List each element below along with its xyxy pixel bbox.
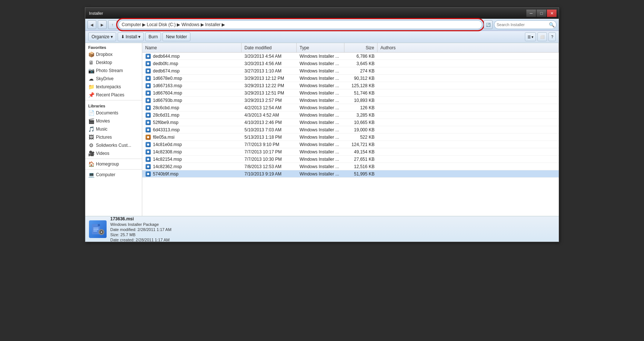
sidebar-item-photostream[interactable]: 📷 Photo Stream <box>85 67 142 75</box>
back-button[interactable]: ◀ <box>87 20 96 29</box>
sidebar-item-skydrive[interactable]: ☁ SkyDrive <box>85 75 142 83</box>
sidebar-item-videos[interactable]: 🎥 Videos <box>85 149 142 157</box>
table-row[interactable]: 28c6cbd.msp 4/2/2013 12:54 AM Windows In… <box>142 104 559 111</box>
status-date-created: Date created: 2/28/2011 1:17 AM <box>110 238 171 242</box>
msp-file-icon <box>145 61 151 67</box>
movies-label: Movies <box>96 118 110 124</box>
file-name-cell: 5740b9f.msp <box>142 170 242 177</box>
file-date-cell: 5/13/2013 1:18 PM <box>242 134 297 141</box>
status-filetype: Windows Installer Package <box>110 222 171 227</box>
table-row[interactable]: 14c82308.msp 7/7/2013 10:17 PM Windows I… <box>142 148 559 156</box>
file-list-scroll[interactable]: dedb644.msp 3/20/2013 4:54 AM Windows In… <box>142 53 559 216</box>
file-size-cell: 49,154 KB <box>344 148 378 155</box>
sidebar-item-texturepacks[interactable]: 📁 texturepacks <box>85 83 142 91</box>
pictures-label: Pictures <box>96 135 112 140</box>
organize-button[interactable]: Organize ▾ <box>88 32 116 41</box>
table-row[interactable]: f8e05a.msi 5/13/2013 1:18 PM Windows Ins… <box>142 134 559 141</box>
up-button[interactable]: ↑ <box>108 20 117 29</box>
file-size-cell: 3,285 KB <box>344 111 378 118</box>
file-size-cell: 27,651 KB <box>344 156 378 163</box>
organize-dropdown-icon[interactable]: ▾ <box>111 34 113 39</box>
preview-pane-button[interactable]: ⬜ <box>537 32 547 41</box>
view-options-button[interactable]: ☰ ▾ <box>525 32 536 41</box>
sidebar-item-recentplaces[interactable]: 📌 Recent Places <box>85 91 142 99</box>
skydrive-icon: ☁ <box>88 76 94 82</box>
sidebar-item-pictures[interactable]: 🖼 Pictures <box>85 133 142 141</box>
skydrive-label: SkyDrive <box>96 76 114 81</box>
sidebar: Favorites 📦 Dropbox 🖥 Desktop 📷 Photo St… <box>85 43 142 216</box>
table-row[interactable]: dedb0fc.msp 3/20/2013 4:56 AM Windows In… <box>142 60 559 67</box>
title-bar: Installer ─ □ ✕ <box>85 8 559 19</box>
col-header-date[interactable]: Date modified <box>242 43 297 52</box>
file-name-cell: dedb644.msp <box>142 53 242 60</box>
table-row[interactable]: 5740b9f.msp 7/10/2013 9:19 AM Windows In… <box>142 170 559 178</box>
sidebar-item-solidworks[interactable]: ⚙ Solidworks Cust... <box>85 141 142 149</box>
file-size-cell: 6,786 KB <box>344 53 378 60</box>
table-row[interactable]: 52f6be9.msp 4/10/2013 2:46 PM Windows In… <box>142 119 559 126</box>
file-type-cell: Windows Installer ... <box>297 60 344 67</box>
install-dropdown-icon[interactable]: ▾ <box>138 34 140 39</box>
table-row[interactable]: 14c82362.msp 7/8/2013 12:53 AM Windows I… <box>142 163 559 170</box>
file-name: 14c82362.msp <box>153 164 182 169</box>
file-date-cell: 3/29/2013 12:22 PM <box>242 82 297 89</box>
solidworks-label: Solidworks Cust... <box>96 143 131 148</box>
file-date-cell: 3/27/2013 1:10 AM <box>242 67 297 74</box>
file-size-cell: 126 KB <box>344 104 378 111</box>
file-name: 6d43313.msp <box>153 127 180 132</box>
sidebar-item-homegroup[interactable]: 🏠 Homegroup <box>85 160 142 168</box>
table-row[interactable]: 1d667163.msp 3/29/2013 12:22 PM Windows … <box>142 82 559 89</box>
file-date-cell: 3/29/2013 12:51 PM <box>242 89 297 96</box>
table-row[interactable]: 1d6678e0.msp 3/29/2013 12:12 PM Windows … <box>142 75 559 82</box>
table-row[interactable]: 6d43313.msp 5/10/2013 7:03 AM Windows In… <box>142 126 559 134</box>
table-row[interactable]: 1d66793b.msp 3/29/2013 2:57 PM Windows I… <box>142 97 559 104</box>
msp-file-icon <box>145 75 151 81</box>
burn-button[interactable]: Burn <box>145 32 161 41</box>
file-type-cell: Windows Installer ... <box>297 104 344 111</box>
file-name-cell: 28c6d31.msp <box>142 111 242 118</box>
movies-icon: 🎬 <box>88 118 94 124</box>
sidebar-item-music[interactable]: 🎵 Music <box>85 125 142 133</box>
close-button[interactable]: ✕ <box>547 10 557 17</box>
sidebar-item-movies[interactable]: 🎬 Movies <box>85 117 142 125</box>
sidebar-item-dropbox[interactable]: 📦 Dropbox <box>85 50 142 58</box>
search-input[interactable] <box>497 22 547 27</box>
minimize-button[interactable]: ─ <box>526 10 536 17</box>
file-authors-cell <box>378 170 559 177</box>
col-header-authors[interactable]: Authors <box>378 43 559 52</box>
status-bar: 173636.msi Windows Installer Package Dat… <box>85 216 559 242</box>
maximize-button[interactable]: □ <box>537 10 546 17</box>
divider-3 <box>85 169 142 170</box>
photostream-icon: 📷 <box>88 68 94 74</box>
install-button[interactable]: ⬇ Install ▾ <box>118 32 144 41</box>
file-date-cell: 4/3/2013 4:52 AM <box>242 111 297 118</box>
sidebar-item-computer[interactable]: 💻 Computer <box>85 171 142 179</box>
address-box[interactable]: Computer ▶ Local Disk (C:) ▶ Windows ▶ I… <box>118 20 482 29</box>
file-type-cell: Windows Installer ... <box>297 53 344 60</box>
file-name: 28c6d31.msp <box>153 113 179 118</box>
table-row[interactable]: 1d667604.msp 3/29/2013 12:51 PM Windows … <box>142 89 559 97</box>
search-icon[interactable]: 🔍 <box>549 22 555 28</box>
col-header-type[interactable]: Type <box>297 43 344 52</box>
sidebar-item-documents[interactable]: 📄 Documents <box>85 109 142 117</box>
file-name-cell: 14c82362.msp <box>142 163 242 170</box>
recentplaces-label: Recent Places <box>96 92 124 97</box>
col-header-size[interactable]: Size <box>344 43 378 52</box>
table-row[interactable]: dedb674.msp 3/27/2013 1:10 AM Windows In… <box>142 67 559 75</box>
new-folder-button[interactable]: New folder <box>162 32 190 41</box>
table-row[interactable]: 14c82154.msp 7/7/2013 10:30 PM Windows I… <box>142 156 559 163</box>
refresh-button[interactable]: 🔄 <box>484 20 493 29</box>
forward-button[interactable]: ▶ <box>98 20 107 29</box>
desktop-icon: 🖥 <box>88 60 94 65</box>
file-size-cell: 3,645 KB <box>344 60 378 67</box>
file-name: 14c81e0d.msp <box>153 142 182 147</box>
file-type-cell: Windows Installer ... <box>297 134 344 141</box>
texturepacks-icon: 📁 <box>88 84 94 90</box>
col-header-name[interactable]: Name <box>142 43 242 52</box>
table-row[interactable]: dedb644.msp 3/20/2013 4:54 AM Windows In… <box>142 53 559 60</box>
msp-file-icon <box>145 53 151 59</box>
table-row[interactable]: 28c6d31.msp 4/3/2013 4:52 AM Windows Ins… <box>142 111 559 119</box>
help-button[interactable]: ? <box>548 32 556 41</box>
sidebar-item-desktop[interactable]: 🖥 Desktop <box>85 58 142 67</box>
file-type-cell: Windows Installer ... <box>297 89 344 96</box>
table-row[interactable]: 14c81e0d.msp 7/7/2013 9:10 PM Windows In… <box>142 141 559 148</box>
